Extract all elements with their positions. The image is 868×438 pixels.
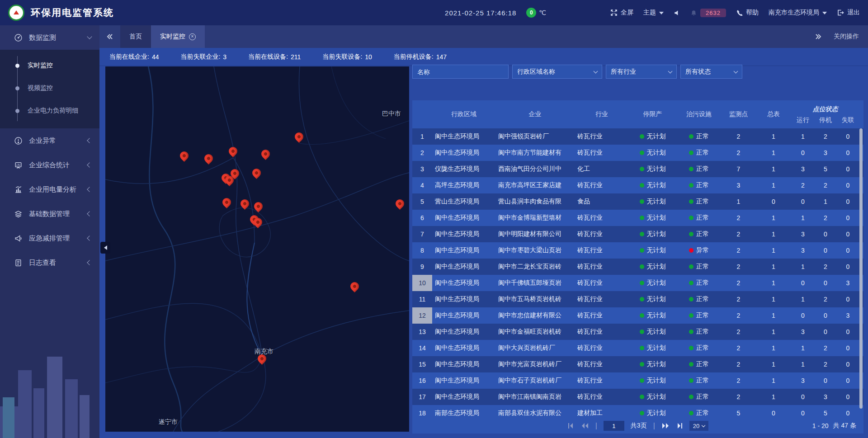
first-page-button[interactable] [567,423,575,429]
table-row[interactable]: 15阆中生态环境局阆中市光富页岩机砖厂砖瓦行业无计划正常21120 [412,356,863,372]
row-number-cell: 13 [412,324,432,340]
pollution-facility-label: 正常 [696,263,709,271]
table-row[interactable]: 5营山生态环境局营山县润丰肉食品有限食品无计划正常10010 [412,193,863,210]
logout-button[interactable]: 退出 [837,9,860,17]
tab-close-icon[interactable]: × [189,33,196,40]
tab-realtime-monitor[interactable]: 实时监控 × [151,25,205,48]
tab-home[interactable]: 首页 [120,25,151,48]
sidebar-item-0[interactable]: 数据监测 [0,25,99,50]
table-row[interactable]: 11阆中生态环境局阆中市五马桥页岩机砖砖瓦行业无计划正常21120 [412,291,863,307]
sidebar-item-2[interactable]: 企业综合统计 [0,153,99,177]
stopped-cell: 2 [814,291,837,307]
pagination-bar: | 共3页 | 20 1 - 20 共 47 条 [412,418,863,433]
status-filter-select[interactable]: 所有状态 [680,65,742,79]
sidebar-subitem-0-1[interactable]: 视频监控 [0,77,99,99]
sidebar-item-4[interactable]: 基础数据管理 [0,202,99,226]
industry-cell: 砖瓦行业 [575,177,629,193]
monitor-points-cell: 2 [722,372,755,389]
table-row[interactable]: 1阆中生态环境局阆中强锐页岩砖厂砖瓦行业无计划正常21120 [412,128,863,145]
region-cell: 阆中生态环境局 [432,145,495,161]
chevron-left-icon [87,187,92,192]
offline-cell: 0 [837,291,859,307]
table-row[interactable]: 13阆中生态环境局阆中市金福旺页岩机砖砖瓦行业无计划正常21300 [412,324,863,340]
status-dot-green [640,297,644,301]
status-dot-green [689,216,693,220]
table-row[interactable]: 9阆中生态环境局阆中市二龙长宝页岩砖砖瓦行业无计划正常21120 [412,259,863,275]
tabs-scroll-left-button[interactable] [99,25,120,48]
help-button[interactable]: 帮助 [736,9,759,17]
running-cell: 0 [792,193,814,210]
table-row[interactable]: 3仪陇生态环境局西南油气田分公司川中化工无计划正常71350 [412,161,863,177]
company-cell: 阆中明阳建材有限公司 [495,226,575,242]
status-dot-green [689,313,693,318]
sidebar-item-5[interactable]: 应急减排管理 [0,226,99,250]
production-limit-cell: 无计划 [629,340,676,356]
last-page-button[interactable] [676,423,683,429]
sidebar-item-1[interactable]: 企业异常 [0,128,99,153]
row-number-cell: 5 [412,193,432,210]
status-dot-red [689,248,693,253]
running-cell: 1 [792,340,814,356]
name-filter-input[interactable] [417,68,504,75]
pollution-facility-label: 正常 [696,279,709,287]
speaker-icon [674,9,680,16]
sidebar-item-3[interactable]: 企业用电量分析 [0,177,99,202]
stat-value: 147 [436,53,447,61]
industry-filter-select[interactable]: 所有行业 [606,65,677,79]
pollution-facility-cell: 正常 [676,177,722,193]
table-row[interactable]: 18南部生态环境局南部县双佳水泥有限公建材加工无计划正常50050 [412,405,863,418]
tabs-scroll-right-button[interactable] [815,33,822,40]
skyline-decoration [0,341,99,438]
table-row[interactable]: 7阆中生态环境局阆中明阳建材有限公司砖瓦行业无计划正常21300 [412,226,863,242]
stats-bar: 当前在线企业:44当前失联企业:3当前在线设备:211当前失联设备:10当前停机… [99,48,868,66]
map-collapse-handle[interactable] [100,242,110,254]
top-bar: 环保用电监管系统 2021-02-25 17:46:18 0 ℃ 全屏 主题 2… [0,0,868,25]
status-dot-green [640,264,644,269]
pollution-facility-label: 正常 [696,377,709,385]
total-meter-cell: 1 [755,226,792,242]
stat-item-1: 当前失联企业:3 [180,53,226,61]
status-dot-green [689,151,693,155]
pollution-facility-label: 正常 [696,409,709,417]
table-row[interactable]: 12阆中生态环境局阆中市忠信建材有限公砖瓦行业无计划正常21003 [412,307,863,324]
table-row[interactable]: 2阆中生态环境局阆中市南方节能建材有砖瓦行业无计划正常21030 [412,145,863,161]
vertical-scrollbar[interactable] [859,128,863,409]
enterprise-table: 行政区域企业行业停限产治污设施监测点总表点位状态运行停机失联 1阆中生态环境局阆… [412,100,863,418]
page-number-input[interactable] [604,421,624,431]
table-row[interactable]: 6阆中生态环境局阆中市金博瑞新型墙材砖瓦行业无计划正常21120 [412,210,863,226]
gauge-icon [14,33,23,42]
production-limit-cell: 无计划 [629,372,676,389]
sound-toggle-button[interactable] [674,9,680,16]
table-row[interactable]: 10阆中生态环境局阆中千佛镇五郎垭页岩砖瓦行业无计划正常21003 [412,275,863,291]
production-limit-label: 无计划 [647,311,666,320]
table-row[interactable]: 17阆中生态环境局阆中市江南镇阆南页岩砖瓦行业无计划正常21030 [412,389,863,405]
notifications-button[interactable]: 2632 [690,9,726,17]
running-cell: 1 [792,210,814,226]
table-row[interactable]: 16阆中生态环境局阆中市石子页岩机砖厂砖瓦行业无计划正常21300 [412,372,863,389]
close-operations-button[interactable]: 关闭操作 [834,33,859,41]
stat-item-4: 当前停机设备:147 [394,53,447,61]
company-cell: 阆中市忠信建材有限公 [495,307,575,324]
bar-chart-icon [14,185,23,194]
name-filter-field[interactable] [412,65,509,79]
fullscreen-button[interactable]: 全屏 [610,9,633,17]
status-dot-green [689,330,693,334]
sidebar-item-6[interactable]: 日志查看 [0,250,99,275]
map-panel[interactable]: 巴中市南充市遂宁市 [105,66,409,432]
stat-value: 10 [365,53,372,61]
table-row[interactable]: 8阆中生态环境局阆中市枣碧大梁山页岩砖瓦行业无计划异常21300 [412,242,863,259]
next-page-button[interactable] [661,423,670,429]
table-row[interactable]: 4高坪生态环境局南充市高坪区王家店建砖瓦行业无计划正常31220 [412,177,863,193]
theme-dropdown[interactable]: 主题 [643,9,664,17]
org-dropdown[interactable]: 南充市生态环境局 [769,9,827,17]
page-size-select[interactable]: 20 [689,421,708,431]
sidebar-subitem-0-0[interactable]: 实时监控 [0,54,99,77]
industry-cell: 砖瓦行业 [575,389,629,405]
temperature-unit: ℃ [539,9,546,16]
pollution-facility-label: 正常 [696,295,709,303]
sidebar-subitem-0-2[interactable]: 企业电力负荷明细 [0,99,99,122]
table-row[interactable]: 14阆中生态环境局阆中大兴页岩机砖厂砖瓦行业无计划正常21120 [412,340,863,356]
prev-page-button[interactable] [581,423,589,429]
region-filter-select[interactable]: 行政区域名称 [512,65,602,79]
region-cell: 阆中生态环境局 [432,389,495,405]
